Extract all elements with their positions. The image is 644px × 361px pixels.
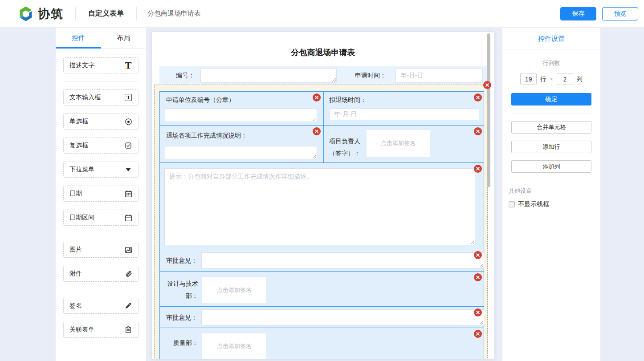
signature-icon [124, 301, 133, 310]
related-form-icon [124, 325, 133, 334]
rows-unit: 行 [540, 75, 546, 83]
dropdown-icon [124, 165, 133, 174]
delete-cell-icon[interactable] [313, 93, 321, 101]
times-symbol: × [550, 76, 553, 82]
delete-cell-icon[interactable] [474, 308, 482, 316]
form-table: 申请单位及编号（公章） 拟退场时间： 年-月-日 退场各项工作 [159, 91, 484, 359]
resize-handle[interactable] [479, 263, 483, 268]
other-settings-label: 其他设置 [509, 187, 600, 195]
description-textarea[interactable]: 提示：分包商对自身部分工作完成情况作详细描述。 [164, 168, 475, 245]
apply-unit-input[interactable] [165, 109, 317, 122]
nav-title: 自定义表单 [88, 9, 124, 18]
form-header-row[interactable]: 编号： 申请时间： 年-月-日 [159, 66, 487, 85]
control-item-description-text[interactable]: 描述文字 T [63, 57, 139, 73]
control-item-dropdown[interactable]: 下拉菜单 [63, 162, 139, 178]
delete-cell-icon[interactable] [474, 127, 482, 135]
attachment-icon [124, 269, 133, 278]
date-range-icon [124, 213, 133, 222]
current-form-name: 分包商退场申请表 [147, 9, 201, 18]
checkbox-icon [124, 141, 133, 150]
resize-handle[interactable] [312, 117, 316, 121]
settings-panel: 控件设置 行列数 行 × 列 确定 合并单元格 添加行 添加列 其他设置 不显示… [502, 28, 600, 361]
table-row-description[interactable]: 提示：分包商对自身部分工作完成情况作详细描述。 [160, 162, 484, 249]
table-row-approval[interactable]: 审批意见： [160, 249, 484, 271]
cols-count-input[interactable] [557, 73, 573, 85]
apply-time-label: 申请时间： [355, 72, 386, 80]
sidebar-bottom-divider [63, 346, 139, 346]
logo-text: 协筑 [38, 6, 64, 22]
quality-dept-signature-box[interactable]: 点击添加签名 [202, 333, 266, 359]
controls-sidebar: 控件 布局 描述文字 T 文本输入框 T 单选框 复选框 [56, 28, 147, 361]
no-input[interactable] [200, 68, 337, 83]
hide-border-label: 不显示线框 [518, 200, 549, 208]
table-row-quality-dept[interactable]: 质量部： 点击添加签名 [160, 328, 484, 359]
control-item-text-input[interactable]: 文本输入框 T [63, 89, 139, 105]
work-status-input[interactable] [165, 146, 317, 159]
table-row-approval-2[interactable]: 审批意见： [160, 306, 484, 328]
logo-hexagon-icon [18, 6, 34, 22]
app-logo: 协筑 [18, 6, 64, 22]
tab-layout[interactable]: 布局 [101, 28, 147, 48]
control-item-signature[interactable]: 签名 [63, 298, 139, 314]
date-icon [124, 189, 133, 198]
tab-controls[interactable]: 控件 [56, 28, 101, 48]
approval-input-2[interactable] [201, 309, 484, 325]
manager-signature-box[interactable]: 点击添加签名 [367, 130, 430, 157]
table-row: 退场各项工作完成情况说明： 项目负责人（签字）： 点击添加签名 [160, 125, 484, 162]
header-divider-2 [136, 7, 137, 20]
cell-work-status[interactable]: 退场各项工作完成情况说明： [160, 126, 323, 162]
hide-border-checkbox[interactable] [509, 201, 515, 207]
add-col-button[interactable]: 添加列 [511, 160, 591, 173]
top-header: 协筑 自定义表单 分包商退场申请表 保存 预览 [0, 0, 644, 28]
delete-cell-icon[interactable] [474, 165, 482, 173]
control-item-date[interactable]: 日期 [63, 186, 139, 202]
canvas-scrollbar[interactable] [487, 33, 490, 187]
form-title: 分包商退场申请表 [152, 47, 494, 58]
resize-handle[interactable] [312, 154, 316, 158]
cell-exit-time[interactable]: 拟退场时间： 年-月-日 [323, 92, 484, 125]
form-canvas: 分包商退场申请表 编号： 申请时间： 年-月-日 申请单位及编号（公章） [152, 32, 494, 359]
table-selection-wrapper[interactable]: 申请单位及编号（公章） 拟退场时间： 年-月-日 退场各项工作 [154, 85, 488, 359]
control-item-date-range[interactable]: 日期区间 [63, 210, 139, 226]
delete-cell-icon[interactable] [474, 273, 482, 281]
settings-panel-title: 控件设置 [502, 28, 600, 49]
exit-date-input[interactable]: 年-月-日 [329, 109, 479, 120]
delete-cell-icon[interactable] [474, 330, 482, 338]
control-item-related-form[interactable]: 关联表单 [63, 322, 139, 338]
merge-cells-button[interactable]: 合并单元格 [511, 121, 591, 134]
confirm-button[interactable]: 确定 [511, 93, 591, 105]
rowcol-label: 行列数 [502, 59, 600, 67]
delete-table-icon[interactable] [483, 81, 491, 89]
delete-cell-icon[interactable] [474, 251, 482, 259]
image-icon [124, 245, 133, 254]
delete-cell-icon[interactable] [474, 93, 482, 101]
apply-time-input[interactable]: 年-月-日 [395, 68, 483, 83]
header-divider [75, 7, 76, 20]
design-dept-signature-box[interactable]: 点击添加签名 [202, 277, 266, 303]
preview-button[interactable]: 预览 [602, 7, 638, 20]
text-icon: T [124, 61, 133, 70]
no-label: 编号： [176, 72, 195, 80]
resize-handle[interactable] [470, 240, 474, 244]
resize-handle[interactable] [331, 77, 336, 82]
rows-count-input[interactable] [520, 73, 537, 85]
approval-input[interactable] [201, 252, 484, 268]
resize-handle[interactable] [479, 320, 483, 324]
input-box-icon: T [124, 93, 133, 102]
delete-cell-icon[interactable] [313, 127, 321, 135]
table-row-design-dept[interactable]: 设计与技术部： 点击添加签名 [160, 271, 484, 306]
save-button[interactable]: 保存 [560, 7, 596, 20]
radio-icon [124, 117, 133, 126]
add-row-button[interactable]: 添加行 [511, 141, 591, 153]
cell-apply-unit[interactable]: 申请单位及编号（公章） [160, 92, 323, 125]
control-item-image[interactable]: 图片 [63, 242, 139, 258]
cell-project-manager[interactable]: 项目负责人（签字）： 点击添加签名 [323, 126, 484, 162]
control-item-checkbox[interactable]: 复选框 [63, 138, 139, 154]
cols-unit: 列 [577, 75, 583, 83]
settings-divider [511, 114, 591, 114]
control-item-radio[interactable]: 单选框 [63, 114, 139, 130]
table-row: 申请单位及编号（公章） 拟退场时间： 年-月-日 [160, 92, 484, 125]
control-item-attachment[interactable]: 附件 [63, 266, 139, 282]
